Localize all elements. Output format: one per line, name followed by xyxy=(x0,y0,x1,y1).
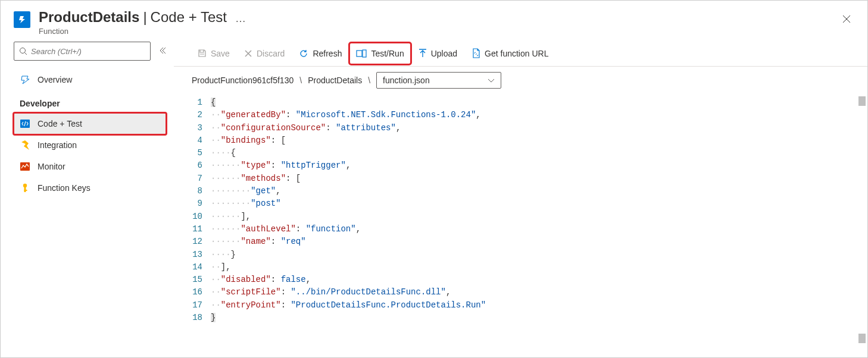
svg-point-0 xyxy=(20,48,26,54)
test-run-icon xyxy=(356,49,367,58)
sidebar: Overview Developer Code + Test Integrati… xyxy=(1,36,173,357)
title-separator: | xyxy=(143,9,146,26)
title-section: Code + Test xyxy=(151,9,227,26)
code-test-icon xyxy=(20,120,30,128)
button-label: Refresh xyxy=(313,49,342,58)
collapse-sidebar-button[interactable] xyxy=(159,47,166,56)
function-keys-icon xyxy=(20,183,30,193)
discard-button[interactable]: Discard xyxy=(238,43,291,64)
breadcrumb-separator: \ xyxy=(299,76,302,85)
file-select-value: function.json xyxy=(383,76,430,85)
page-title: ProductDetails | Code + Test … xyxy=(39,9,246,26)
code-editor[interactable]: 123456789101112131415161718 {··"generate… xyxy=(174,94,867,357)
search-input[interactable] xyxy=(31,47,145,56)
button-label: Discard xyxy=(257,49,285,58)
button-label: Test/Run xyxy=(371,49,404,58)
refresh-button[interactable]: Refresh xyxy=(293,43,348,64)
sidebar-section-developer: Developer xyxy=(14,99,166,108)
sidebar-item-integration[interactable]: Integration xyxy=(14,134,166,156)
chevron-down-icon xyxy=(488,76,495,85)
get-url-icon xyxy=(472,48,480,58)
line-number-gutter: 123456789101112131415161718 xyxy=(180,94,211,357)
sidebar-item-monitor[interactable]: Monitor xyxy=(14,156,166,177)
sidebar-item-label: Overview xyxy=(38,75,72,84)
get-function-url-button[interactable]: Get function URL xyxy=(466,43,554,64)
sidebar-item-label: Function Keys xyxy=(38,183,90,193)
breadcrumb: ProductFunction961cf5f130 \ ProductDetai… xyxy=(174,67,867,94)
close-button[interactable] xyxy=(842,15,851,26)
main-content: Save Discard Refresh xyxy=(173,36,867,357)
svg-rect-5 xyxy=(24,187,26,192)
search-input-wrapper[interactable] xyxy=(14,42,151,61)
scrollbar-thumb[interactable] xyxy=(858,334,866,343)
page-subtitle: Function xyxy=(39,27,246,36)
page-header: ProductDetails | Code + Test … Function xyxy=(1,1,867,36)
sidebar-item-label: Integration xyxy=(38,140,77,150)
toolbar: Save Discard Refresh xyxy=(174,40,867,67)
monitor-icon xyxy=(20,162,30,171)
sidebar-item-label: Monitor xyxy=(38,162,65,171)
refresh-icon xyxy=(299,49,308,58)
overview-icon xyxy=(20,75,30,84)
upload-button[interactable]: Upload xyxy=(413,43,463,64)
button-label: Save xyxy=(211,49,230,58)
file-select-dropdown[interactable]: function.json xyxy=(376,72,501,89)
breadcrumb-function[interactable]: ProductDetails xyxy=(308,76,362,85)
breadcrumb-root[interactable]: ProductFunction961cf5f130 xyxy=(192,76,294,85)
save-icon xyxy=(198,49,207,58)
scrollbar-thumb[interactable] xyxy=(858,96,866,106)
discard-icon xyxy=(244,49,252,58)
sidebar-item-code-test[interactable]: Code + Test xyxy=(14,113,166,134)
svg-rect-8 xyxy=(363,50,366,57)
svg-rect-6 xyxy=(24,190,27,191)
test-run-button[interactable]: Test/Run xyxy=(350,43,410,64)
upload-icon xyxy=(419,49,427,58)
button-label: Upload xyxy=(431,49,457,58)
search-icon xyxy=(19,47,27,55)
sidebar-item-function-keys[interactable]: Function Keys xyxy=(14,177,166,199)
more-icon[interactable]: … xyxy=(235,12,246,25)
code-content[interactable]: {··"generatedBy": "Microsoft.NET.Sdk.Fun… xyxy=(211,94,867,357)
svg-line-1 xyxy=(25,53,27,55)
function-logo-icon xyxy=(14,11,30,28)
button-label: Get function URL xyxy=(485,49,548,58)
breadcrumb-separator: \ xyxy=(368,76,370,85)
title-resource: ProductDetails xyxy=(39,9,139,26)
sidebar-item-label: Code + Test xyxy=(38,119,82,128)
integration-icon xyxy=(20,140,30,150)
save-button[interactable]: Save xyxy=(192,43,236,64)
sidebar-item-overview[interactable]: Overview xyxy=(14,69,166,90)
svg-rect-7 xyxy=(357,51,362,56)
